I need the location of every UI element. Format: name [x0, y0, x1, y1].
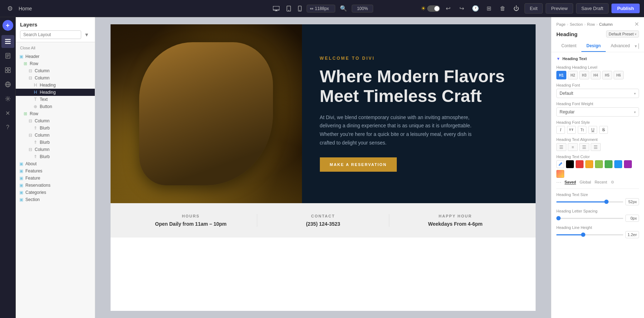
layer-item-row1[interactable]: ⊞ Row [16, 60, 95, 67]
strikethrough-button[interactable]: S [599, 126, 608, 134]
trash-button[interactable]: 🗑 [497, 3, 508, 14]
layer-item-button1[interactable]: ⊕ Button [16, 103, 95, 110]
text-size-label: Heading Text Size [556, 192, 639, 197]
search-icon-button[interactable]: 🔍 [338, 3, 349, 14]
align-justify-button[interactable]: ☰ [591, 143, 601, 151]
redo-button[interactable]: ↪ [457, 3, 467, 14]
global-colors-tab[interactable]: Global [580, 180, 591, 185]
layer-item-col2[interactable]: ⊟ Column [16, 74, 95, 82]
eyedropper-button[interactable] [556, 160, 564, 168]
layer-item-section1[interactable]: ▣ Section [16, 196, 95, 203]
align-right-button[interactable]: ☰ [579, 143, 589, 151]
close-icon-button[interactable]: ✕ [1, 107, 14, 119]
color-black[interactable] [566, 160, 574, 168]
tablet-view-button[interactable] [284, 4, 293, 13]
layer-item-col1[interactable]: ⊟ Column [16, 67, 95, 74]
layout-button[interactable]: ⊞ [484, 3, 494, 14]
h1-button[interactable]: H1 [556, 71, 566, 79]
search-layout-input[interactable] [20, 30, 81, 39]
uppercase-button[interactable]: TT [567, 126, 576, 134]
line-height-input[interactable] [625, 231, 639, 238]
color-settings-icon[interactable]: ⚙ [611, 180, 614, 185]
font-dropdown[interactable]: Default ▾ [556, 89, 639, 98]
color-red[interactable] [576, 160, 584, 168]
tab-advanced[interactable]: Advanced [606, 40, 635, 52]
layer-item-reservations[interactable]: ▣ Reservations [16, 182, 95, 189]
tab-design[interactable]: Design [581, 40, 606, 52]
svg-rect-16 [5, 70, 8, 73]
preset-selector[interactable]: Default Preset ▾ [606, 30, 639, 38]
layer-item-blurb3[interactable]: ⇑ Blurb [16, 153, 95, 160]
letter-spacing-slider[interactable] [556, 218, 623, 219]
color-blue[interactable] [614, 160, 622, 168]
layer-item-about[interactable]: ▣ About [16, 160, 95, 167]
color-gradient[interactable] [556, 170, 564, 178]
layer-item-heading1[interactable]: H Heading [16, 82, 95, 89]
more-colors-dots[interactable]: ··· [556, 179, 562, 185]
layer-item-col3[interactable]: ⊟ Column [16, 117, 95, 124]
h2-button[interactable]: H2 [568, 71, 578, 79]
settings-icon-button[interactable]: ⚙ [4, 3, 16, 14]
preview-button[interactable]: Preview [546, 3, 573, 14]
save-draft-button[interactable]: Save Draft [576, 3, 609, 14]
desktop-view-button[interactable] [271, 5, 282, 13]
modules-icon-button[interactable] [1, 64, 14, 77]
add-element-button[interactable]: + [3, 20, 13, 31]
hero-section: WELCOME TO DIVI Where Modern Flavors Mee… [111, 24, 536, 203]
layers-icon-button[interactable] [1, 35, 14, 48]
publish-button[interactable]: Publish [611, 4, 640, 13]
undo-button[interactable]: ↩ [443, 3, 454, 14]
close-all-button[interactable]: Close All [16, 45, 40, 53]
recent-colors-tab[interactable]: Recent [595, 180, 607, 185]
line-height-slider[interactable] [556, 234, 623, 235]
alignment-label: Heading Text Alignment [556, 137, 639, 142]
mobile-view-button[interactable] [296, 4, 304, 13]
global-icon-button[interactable] [1, 78, 14, 91]
align-left-button[interactable]: ☰ [556, 143, 566, 151]
power-button[interactable]: ⏻ [511, 3, 522, 14]
history-button[interactable]: 🕐 [470, 3, 481, 14]
layer-item-blurb2[interactable]: ⇑ Blurb [16, 139, 95, 146]
color-green[interactable] [605, 160, 613, 168]
tab-content[interactable]: Content [556, 40, 581, 52]
h6-button[interactable]: H6 [614, 71, 624, 79]
text-size-slider[interactable] [556, 201, 623, 202]
settings-panel-button[interactable] [1, 92, 14, 105]
text-size-input[interactable] [625, 198, 639, 205]
letter-spacing-input[interactable] [625, 215, 639, 222]
layer-item-col4[interactable]: ⊟ Column [16, 132, 95, 139]
tab-expand-icon[interactable] [638, 43, 639, 49]
layer-item-feature[interactable]: ▣ Feature [16, 175, 95, 182]
layer-item-row2[interactable]: ⊞ Row [16, 110, 95, 117]
layer-item-features[interactable]: ▣ Features [16, 167, 95, 175]
underline-button[interactable]: U [589, 126, 597, 134]
italic-button[interactable]: I [556, 126, 565, 134]
theme-toggle[interactable]: ☀ [421, 5, 440, 12]
exit-button[interactable]: Exit [525, 3, 543, 14]
pages-icon-button[interactable] [1, 49, 14, 62]
layer-item-text1[interactable]: T Text [16, 96, 95, 103]
color-orange[interactable] [585, 160, 593, 168]
h3-button[interactable]: H3 [579, 71, 589, 79]
color-lightgreen[interactable] [595, 160, 603, 168]
filter-button[interactable]: ▼ [83, 31, 91, 38]
align-center-button[interactable]: ≡ [568, 143, 578, 151]
font-weight-dropdown[interactable]: Regular ▾ [556, 107, 639, 117]
close-panel-button[interactable]: ✕ [634, 21, 639, 28]
capitalize-button[interactable]: Tt [578, 126, 586, 134]
h5-button[interactable]: H5 [602, 71, 612, 79]
help-icon-button[interactable]: ? [1, 121, 14, 134]
layer-item-categories[interactable]: ▣ Categories [16, 189, 95, 196]
font-weight-label: Heading Font Weight [556, 102, 639, 106]
layer-item-blurb1[interactable]: ⇑ Blurb [16, 124, 95, 132]
saved-colors-tab[interactable]: Saved [565, 180, 576, 185]
canvas-area: WELCOME TO DIVI Where Modern Flavors Mee… [95, 17, 551, 318]
reservation-cta-button[interactable]: MAKE A RESERVATION [320, 157, 397, 172]
icon-sidebar: + ✕ ? [0, 17, 16, 318]
tab-more-arrow[interactable]: ▾ [635, 44, 637, 49]
h4-button[interactable]: H4 [591, 71, 601, 79]
color-purple[interactable] [624, 160, 632, 168]
layer-item-heading2[interactable]: H Heading [16, 89, 95, 96]
layer-item-col5[interactable]: ⊟ Column [16, 146, 95, 153]
layer-item-header[interactable]: ▣ Header [16, 53, 95, 60]
